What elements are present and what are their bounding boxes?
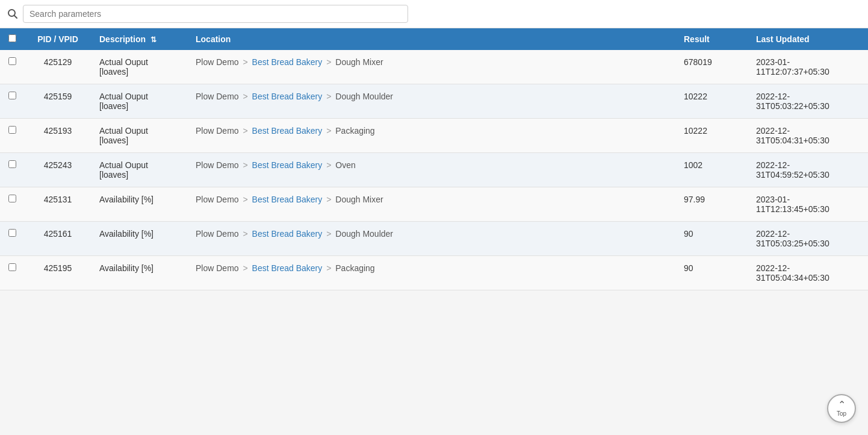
location-part-bakery: Best Bread Bakery — [252, 92, 323, 101]
row-description: Availability [%] — [91, 187, 187, 222]
row-checkbox[interactable] — [8, 126, 16, 134]
location-separator: > — [324, 229, 333, 239]
row-result: 678019 — [675, 50, 748, 84]
svg-line-1 — [14, 16, 17, 18]
table-row: 425193Actual Ouput [loaves]Plow Demo > B… — [0, 119, 868, 153]
location-part-bakery: Best Bread Bakery — [252, 160, 323, 170]
table-header-row: PID / VPID Description ⇅ Location Result… — [0, 28, 868, 50]
table-row: 425129Actual Ouput [loaves]Plow Demo > B… — [0, 50, 868, 84]
table-row: 425243Actual Ouput [loaves]Plow Demo > B… — [0, 153, 868, 187]
row-location: Plow Demo > Best Bread Bakery > Oven — [187, 153, 675, 187]
location-separator: > — [324, 263, 333, 273]
row-location: Plow Demo > Best Bread Bakery > Packagin… — [187, 119, 675, 153]
location-separator: > — [324, 126, 333, 136]
header-checkbox-col — [0, 28, 25, 50]
row-location: Plow Demo > Best Bread Bakery > Dough Mo… — [187, 222, 675, 256]
row-checkbox-cell — [0, 50, 25, 84]
location-part: Dough Mixer — [335, 57, 383, 67]
row-checkbox[interactable] — [8, 263, 16, 271]
row-checkbox[interactable] — [8, 92, 16, 99]
row-checkbox-cell — [0, 256, 25, 290]
row-description: Actual Ouput [loaves] — [91, 50, 187, 84]
row-checkbox[interactable] — [8, 160, 16, 168]
location-part: Oven — [335, 160, 355, 170]
row-description: Availability [%] — [91, 222, 187, 256]
row-checkbox-cell — [0, 222, 25, 256]
row-checkbox[interactable] — [8, 57, 16, 65]
location-separator: > — [241, 126, 250, 136]
location-separator: > — [241, 229, 250, 239]
location-part: Dough Moulder — [335, 92, 393, 101]
location-part: Packaging — [335, 126, 374, 136]
search-input[interactable] — [23, 5, 408, 23]
row-pid: 425193 — [25, 119, 91, 153]
row-result: 10222 — [675, 119, 748, 153]
row-last-updated: 2022-12-31T05:03:25+05:30 — [748, 222, 868, 256]
location-part: Dough Moulder — [335, 229, 393, 239]
row-description: Actual Ouput [loaves] — [91, 119, 187, 153]
header-pid: PID / VPID — [25, 28, 91, 50]
row-pid: 425159 — [25, 84, 91, 119]
location-part: Dough Mixer — [335, 195, 383, 204]
table-row: 425159Actual Ouput [loaves]Plow Demo > B… — [0, 84, 868, 119]
row-checkbox[interactable] — [8, 229, 16, 237]
row-location: Plow Demo > Best Bread Bakery > Dough Mi… — [187, 50, 675, 84]
location-part: Plow Demo — [196, 92, 239, 101]
row-location: Plow Demo > Best Bread Bakery > Dough Mi… — [187, 187, 675, 222]
table-wrapper: PID / VPID Description ⇅ Location Result… — [0, 28, 868, 290]
location-separator: > — [241, 57, 250, 67]
location-part: Plow Demo — [196, 160, 239, 170]
row-result: 1002 — [675, 153, 748, 187]
select-all-checkbox[interactable] — [8, 34, 16, 42]
row-result: 90 — [675, 222, 748, 256]
row-last-updated: 2022-12-31T04:59:52+05:30 — [748, 153, 868, 187]
data-table: PID / VPID Description ⇅ Location Result… — [0, 28, 868, 290]
row-last-updated: 2023-01-11T12:13:45+05:30 — [748, 187, 868, 222]
row-checkbox-cell — [0, 119, 25, 153]
search-icon — [7, 8, 18, 19]
location-part-bakery: Best Bread Bakery — [252, 126, 323, 136]
row-last-updated: 2023-01-11T12:07:37+05:30 — [748, 50, 868, 84]
row-pid: 425195 — [25, 256, 91, 290]
row-description: Actual Ouput [loaves] — [91, 153, 187, 187]
row-pid: 425131 — [25, 187, 91, 222]
table-row: 425131Availability [%]Plow Demo > Best B… — [0, 187, 868, 222]
location-part-bakery: Best Bread Bakery — [252, 57, 323, 67]
location-part: Plow Demo — [196, 263, 239, 273]
row-location: Plow Demo > Best Bread Bakery > Dough Mo… — [187, 84, 675, 119]
row-checkbox-cell — [0, 153, 25, 187]
row-last-updated: 2022-12-31T05:03:22+05:30 — [748, 84, 868, 119]
row-pid: 425129 — [25, 50, 91, 84]
location-part-bakery: Best Bread Bakery — [252, 229, 323, 239]
row-checkbox[interactable] — [8, 195, 16, 202]
row-last-updated: 2022-12-31T05:04:34+05:30 — [748, 256, 868, 290]
table-row: 425161Availability [%]Plow Demo > Best B… — [0, 222, 868, 256]
table-row: 425195Availability [%]Plow Demo > Best B… — [0, 256, 868, 290]
location-separator: > — [324, 160, 333, 170]
location-separator: > — [241, 160, 250, 170]
row-location: Plow Demo > Best Bread Bakery > Packagin… — [187, 256, 675, 290]
row-description: Actual Ouput [loaves] — [91, 84, 187, 119]
header-location: Location — [187, 28, 675, 50]
row-result: 90 — [675, 256, 748, 290]
location-part: Plow Demo — [196, 195, 239, 204]
location-separator: > — [241, 263, 250, 273]
location-part: Plow Demo — [196, 229, 239, 239]
row-result: 97.99 — [675, 187, 748, 222]
location-separator: > — [241, 92, 250, 101]
location-separator: > — [324, 195, 333, 204]
row-checkbox-cell — [0, 84, 25, 119]
row-result: 10222 — [675, 84, 748, 119]
header-result: Result — [675, 28, 748, 50]
row-last-updated: 2022-12-31T05:04:31+05:30 — [748, 119, 868, 153]
location-part: Plow Demo — [196, 126, 239, 136]
header-last-updated: Last Updated — [748, 28, 868, 50]
location-separator: > — [241, 195, 250, 204]
header-description[interactable]: Description ⇅ — [91, 28, 187, 50]
location-part: Packaging — [335, 263, 374, 273]
location-part: Plow Demo — [196, 57, 239, 67]
search-bar-container — [0, 0, 868, 28]
location-part-bakery: Best Bread Bakery — [252, 263, 323, 273]
row-pid: 425243 — [25, 153, 91, 187]
sort-icon-description: ⇅ — [150, 36, 157, 44]
